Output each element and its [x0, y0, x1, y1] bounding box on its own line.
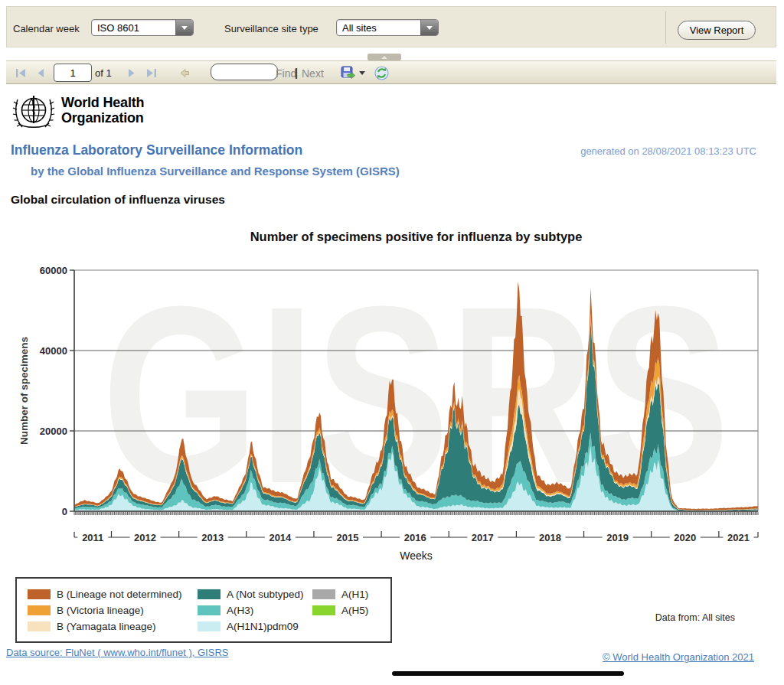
- page-count-label: of 1: [95, 67, 112, 79]
- svg-text:2019: 2019: [606, 532, 629, 543]
- svg-text:2012: 2012: [134, 532, 156, 543]
- chevron-down-icon[interactable]: [175, 20, 193, 35]
- report-title: Influenza Laboratory Surveillance Inform…: [11, 142, 302, 158]
- svg-text:60000: 60000: [40, 265, 67, 276]
- legend-item: A (Not subtyped): [198, 589, 312, 600]
- legend-swatch: [312, 605, 335, 615]
- legend-item: B (Victoria lineage): [28, 605, 198, 616]
- legend-item: A(H3): [198, 605, 312, 616]
- legend-item: A(H1N1)pdm09: [198, 621, 312, 632]
- flunet-report-page: Calendar week ISO 8601 Surveillance site…: [0, 0, 784, 685]
- svg-text:2017: 2017: [472, 532, 494, 543]
- previous-page-button[interactable]: [37, 64, 45, 81]
- next-page-icon: [127, 68, 136, 78]
- next-page-button[interactable]: [127, 64, 136, 81]
- next-link[interactable]: Next: [302, 67, 324, 80]
- find-link[interactable]: Find: [276, 67, 296, 80]
- legend-label: B (Lineage not determined): [57, 589, 182, 600]
- find-next-separator: |: [295, 67, 298, 79]
- site-type-select[interactable]: All sites: [336, 19, 439, 36]
- who-wordmark-line1: World Health: [61, 95, 144, 110]
- legend-swatch: [198, 621, 220, 631]
- legend-item: B (Yamagata lineage): [28, 621, 198, 632]
- bottom-bar: [392, 671, 624, 676]
- refresh-button[interactable]: [374, 64, 389, 81]
- calendar-week-value: ISO 8601: [92, 22, 139, 34]
- legend-label: A(H1N1)pdm09: [227, 621, 299, 632]
- page-number-input[interactable]: [54, 64, 92, 82]
- svg-text:20000: 20000: [40, 426, 67, 437]
- svg-text:2021: 2021: [727, 532, 750, 543]
- chevron-down-icon[interactable]: [420, 20, 438, 35]
- svg-text:Weeks: Weeks: [400, 550, 433, 562]
- section-title: Global circulation of influenza viruses: [11, 193, 225, 207]
- legend-swatch: [312, 589, 335, 599]
- legend-label: A (Not subtyped): [227, 589, 304, 600]
- parameters-collapse-handle[interactable]: [368, 54, 401, 60]
- legend-swatch: [28, 589, 51, 599]
- legend-swatch: [28, 621, 51, 631]
- chart-title: Number of specimens positive for influen…: [74, 230, 758, 244]
- report-subtitle: by the Global Influenza Surveillance and…: [31, 165, 400, 178]
- back-arrow-icon: [179, 68, 190, 78]
- svg-text:2014: 2014: [269, 532, 292, 543]
- data-from-note: Data from: All sites: [655, 612, 735, 623]
- svg-text:Number of specimens: Number of specimens: [18, 337, 30, 445]
- influenza-chart: GISRS0200004000060000Number of specimens…: [0, 253, 784, 574]
- export-menu-caret-icon[interactable]: [359, 71, 365, 75]
- chart-legend: B (Lineage not determined) B (Victoria l…: [15, 577, 392, 643]
- data-source-link[interactable]: Data source: FluNet ( www.who.int/flunet…: [6, 647, 228, 658]
- calendar-week-select[interactable]: ISO 8601: [91, 19, 194, 36]
- parameter-panel: Calendar week ISO 8601 Surveillance site…: [6, 6, 776, 47]
- first-page-button[interactable]: [15, 64, 27, 81]
- export-save-icon: [341, 66, 355, 80]
- site-type-value: All sites: [337, 22, 377, 34]
- legend-label: B (Yamagata lineage): [57, 621, 156, 632]
- site-type-label: Surveillance site type: [224, 23, 318, 34]
- svg-text:2013: 2013: [201, 532, 224, 543]
- copyright-link[interactable]: © World Health Organization 2021: [603, 651, 754, 663]
- view-report-button[interactable]: View Report: [678, 21, 756, 40]
- calendar-week-label: Calendar week: [13, 23, 80, 34]
- svg-text:2018: 2018: [539, 532, 561, 543]
- svg-text:2015: 2015: [337, 532, 359, 543]
- generated-timestamp: generated on 28/08/2021 08:13:23 UTC: [580, 145, 756, 157]
- svg-text:2011: 2011: [82, 532, 103, 543]
- export-button[interactable]: [341, 64, 355, 81]
- svg-text:2020: 2020: [674, 532, 696, 543]
- legend-swatch: [28, 605, 51, 615]
- panel-divider: [665, 11, 666, 44]
- last-page-icon: [145, 68, 157, 78]
- legend-label: A(H3): [227, 605, 253, 616]
- legend-item: A(H5): [312, 605, 380, 616]
- who-wordmark: World Health Organization: [61, 95, 144, 126]
- legend-item: A(H1): [312, 589, 380, 600]
- first-page-icon: [15, 68, 27, 78]
- who-wordmark-line2: Organization: [61, 110, 144, 126]
- find-input[interactable]: [211, 64, 278, 80]
- legend-label: A(H1): [341, 589, 368, 600]
- last-page-button[interactable]: [145, 64, 157, 81]
- legend-swatch: [198, 605, 220, 615]
- back-button[interactable]: [179, 64, 190, 81]
- legend-label: B (Victoria lineage): [57, 605, 144, 616]
- legend-label: A(H5): [341, 605, 368, 616]
- who-emblem-icon: [11, 89, 57, 135]
- legend-item: B (Lineage not determined): [28, 589, 198, 600]
- svg-text:0: 0: [62, 506, 67, 517]
- chevron-up-icon: [381, 56, 387, 59]
- previous-page-icon: [37, 68, 45, 78]
- report-toolbar: of 1 Find | Next: [6, 60, 776, 84]
- refresh-icon: [374, 66, 389, 80]
- svg-text:40000: 40000: [40, 345, 67, 357]
- legend-swatch: [198, 589, 220, 599]
- svg-text:2016: 2016: [404, 532, 426, 543]
